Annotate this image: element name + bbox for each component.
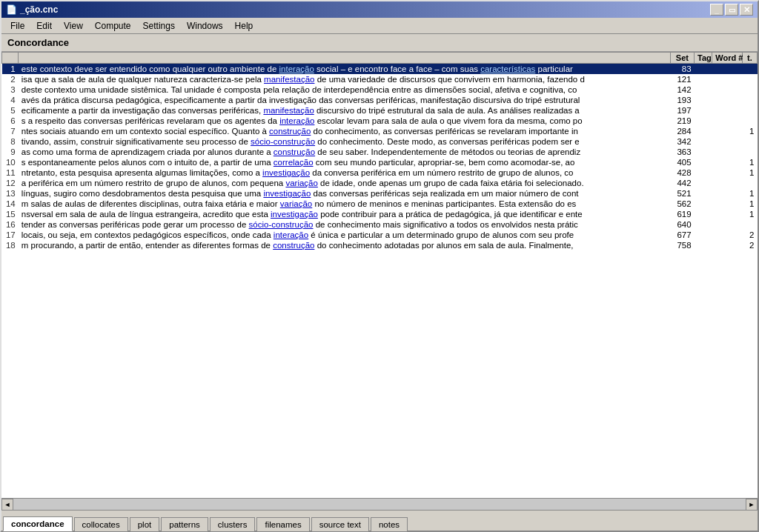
horizontal-scrollbar[interactable]: ◄ ► <box>1 498 758 510</box>
table-row[interactable]: 14m salas de aulas de diferentes discipl… <box>2 199 758 209</box>
table-row[interactable]: 16tender as conversas periféricas pode g… <box>2 219 758 230</box>
window-title: _ção.cnc <box>20 4 58 15</box>
col-header-text <box>19 53 670 64</box>
tab-plot[interactable]: plot <box>130 517 160 531</box>
row-number: 9 <box>2 147 19 157</box>
row-text: locais, ou seja, em contextos pedagógico… <box>19 230 670 240</box>
row-t: 1 <box>742 126 757 136</box>
table-row[interactable]: 15nsversal em sala de aula de língua est… <box>2 209 758 219</box>
row-set: 363 <box>670 147 694 157</box>
scroll-left-button[interactable]: ◄ <box>1 499 13 511</box>
row-number: 3 <box>2 84 19 95</box>
table-row[interactable]: 4avés da prática discursa pedagógica, es… <box>2 95 758 105</box>
tab-clusters[interactable]: clusters <box>210 517 256 531</box>
title-bar: 📄 _ção.cnc _ ▭ ✕ <box>1 1 758 18</box>
row-word <box>712 105 742 116</box>
row-word <box>712 116 742 126</box>
row-t <box>742 136 757 147</box>
concordance-table: Set Tag Word # t. 1este contexto deve se… <box>1 52 758 250</box>
menu-file[interactable]: File <box>4 19 30 33</box>
minimize-button[interactable]: _ <box>710 4 723 16</box>
row-set: 562 <box>670 199 694 209</box>
menu-windows[interactable]: Windows <box>181 19 229 33</box>
tab-patterns[interactable]: patterns <box>161 517 208 531</box>
row-tag <box>695 126 712 136</box>
row-number: 8 <box>2 136 19 147</box>
scroll-right-button[interactable]: ► <box>746 499 758 511</box>
row-tag <box>695 64 712 75</box>
close-button[interactable]: ✕ <box>740 4 753 16</box>
row-text: m procurando, a partir de então, entende… <box>19 240 670 250</box>
table-row[interactable]: 18m procurando, a partir de então, enten… <box>2 240 758 250</box>
row-t: 2 <box>742 230 757 240</box>
row-tag <box>695 199 712 209</box>
tab-filenames[interactable]: filenames <box>256 517 309 531</box>
row-t <box>742 95 757 105</box>
row-word <box>712 95 742 105</box>
menu-compute[interactable]: Compute <box>89 19 137 33</box>
row-set: 758 <box>670 240 694 250</box>
row-tag <box>695 209 712 219</box>
row-word <box>712 209 742 219</box>
row-t <box>742 116 757 126</box>
scroll-track[interactable] <box>13 499 746 511</box>
row-text: tivando, assim, construir significativam… <box>19 136 670 147</box>
table-row[interactable]: 3deste contexto uma unidade sistêmica. T… <box>2 84 758 95</box>
row-text: este contexto deve ser entendido como qu… <box>19 64 670 75</box>
row-number: 6 <box>2 116 19 126</box>
table-row[interactable]: 5ecificamente a partir da investigação d… <box>2 105 758 116</box>
row-word <box>712 74 742 84</box>
concordance-label: Concordance <box>1 34 758 52</box>
menu-view[interactable]: View <box>58 19 89 33</box>
tab-concordance[interactable]: concordance <box>3 516 73 531</box>
tab-collocates[interactable]: collocates <box>74 517 128 531</box>
row-number: 11 <box>2 167 19 178</box>
row-tag <box>695 167 712 178</box>
row-t <box>742 64 757 75</box>
row-t <box>742 105 757 116</box>
col-header-set[interactable]: Set <box>670 53 694 64</box>
row-set: 405 <box>670 157 694 167</box>
row-set: 121 <box>670 74 694 84</box>
row-tag <box>695 84 712 95</box>
menu-edit[interactable]: Edit <box>30 19 58 33</box>
row-tag <box>695 230 712 240</box>
table-row[interactable]: 12a periférica em um número restrito de … <box>2 178 758 188</box>
tab-notes[interactable]: notes <box>371 517 408 531</box>
table-row[interactable]: 1este contexto deve ser entendido como q… <box>2 64 758 75</box>
restore-button[interactable]: ▭ <box>725 4 738 16</box>
table-row[interactable]: 10s espontaneamente pelos alunos com o i… <box>2 157 758 167</box>
row-text: ntretanto, esta pesquisa apresenta algum… <box>19 167 670 178</box>
menu-settings[interactable]: Settings <box>137 19 181 33</box>
table-row[interactable]: 11ntretanto, esta pesquisa apresenta alg… <box>2 167 758 178</box>
row-word <box>712 167 742 178</box>
row-word <box>712 136 742 147</box>
row-number: 16 <box>2 219 19 230</box>
table-row[interactable]: 8tivando, assim, construir significativa… <box>2 136 758 147</box>
table-row[interactable]: 2isa que a sala de aula de qualquer natu… <box>2 74 758 84</box>
row-word <box>712 147 742 157</box>
col-header-t[interactable]: t. <box>742 53 757 64</box>
row-number: 17 <box>2 230 19 240</box>
row-t: 1 <box>742 199 757 209</box>
row-word <box>712 199 742 209</box>
main-window: 📄 _ção.cnc _ ▭ ✕ File Edit View Compute … <box>0 0 759 532</box>
title-bar-controls: _ ▭ ✕ <box>710 4 753 16</box>
table-row[interactable]: 6s a respeito das conversas periféricas … <box>2 116 758 126</box>
menu-help[interactable]: Help <box>229 19 259 33</box>
row-t: 1 <box>742 188 757 199</box>
row-text: isa que a sala de aula de qualquer natur… <box>19 74 670 84</box>
col-header-word[interactable]: Word # <box>712 53 742 64</box>
col-header-num <box>2 53 19 64</box>
tab-source-text[interactable]: source text <box>311 517 369 531</box>
row-text: as como uma forma de aprendizagem criada… <box>19 147 670 157</box>
table-row[interactable]: 7ntes sociais atuando em um contexto soc… <box>2 126 758 136</box>
table-row[interactable]: 13 línguas, sugiro como desdobramentos d… <box>2 188 758 199</box>
table-row[interactable]: 9as como uma forma de aprendizagem criad… <box>2 147 758 157</box>
table-row[interactable]: 17 locais, ou seja, em contextos pedagóg… <box>2 230 758 240</box>
row-tag <box>695 240 712 250</box>
row-tag <box>695 157 712 167</box>
row-text: ecificamente a partir da investigação da… <box>19 105 670 116</box>
app-icon: 📄 <box>6 4 17 15</box>
col-header-tag[interactable]: Tag <box>695 53 712 64</box>
